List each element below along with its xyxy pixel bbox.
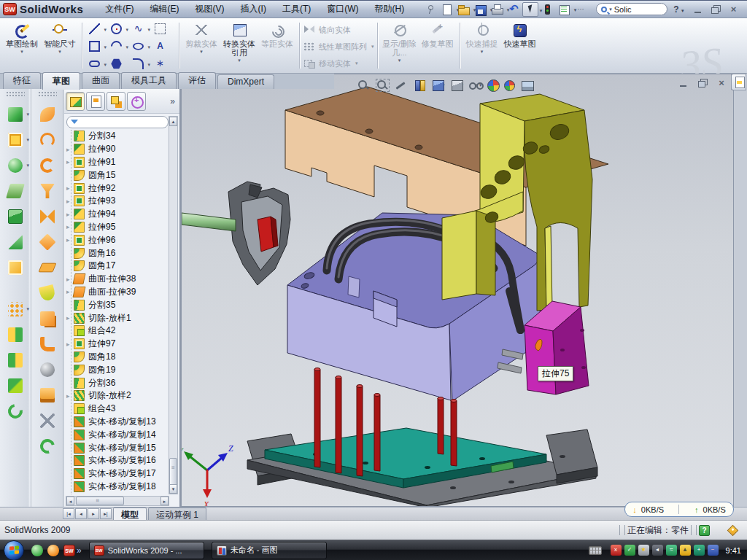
menu-item[interactable]: 插入(I) [233,1,274,18]
tag-icon[interactable] [727,524,739,536]
quick-launch-more-chevron[interactable]: » [77,545,82,556]
document-restore-button[interactable] [697,78,708,88]
messenger-quicklaunch-icon[interactable] [31,545,43,556]
centerpoint-arc-icon[interactable]: ▾ [109,39,129,55]
view-settings-icon[interactable] [520,79,534,92]
tree-horizontal-scrollbar[interactable]: ◂ ▸ [66,496,169,506]
smart-dimension-button[interactable]: 智能尺寸 ▾ [41,20,79,71]
rapid-sketch-button[interactable]: 快速草图 [501,20,539,71]
expand-arrow-icon[interactable]: ▸ [66,146,74,153]
antivirus-alert-icon[interactable]: x [611,545,622,556]
graphics-viewport[interactable]: Y Z X ▾ ▾ ▾ [181,74,734,507]
rebuild-traffic-light-icon[interactable]: ▾ [539,2,555,17]
swept-surface-icon[interactable]: ▾ [39,106,55,122]
start-button[interactable] [4,540,24,560]
move-entities-button[interactable]: 移动实体 ▾ [303,56,374,71]
circle-icon[interactable]: ▾ [109,21,129,37]
toolbar-grip[interactable] [6,91,25,97]
ribbon-tab[interactable]: DimXpert [217,74,274,89]
feature-tree-item[interactable]: ▸ 拉伸97 [64,338,169,351]
expand-arrow-icon[interactable]: ▸ [66,314,74,322]
menu-item[interactable]: 窗口(W) [320,1,365,18]
undo-icon[interactable]: ↶▾ [506,2,522,17]
feature-tree-item[interactable]: ▸ 切除-放样1 [64,311,169,324]
planar-surface-icon[interactable]: ▾ [39,260,55,276]
scroll-right-button[interactable]: ▸ [160,497,169,505]
revolved-surface-icon[interactable]: ▾ [39,132,55,148]
keyboard-layout-icon[interactable] [589,546,602,555]
ribbon-tab[interactable]: 评估 [178,72,216,89]
previous-view-icon[interactable] [394,79,408,92]
taskbar-window-button[interactable]: 未命名 - 画图 [212,542,327,559]
zoom-to-area-icon[interactable] [376,79,390,92]
display-style-icon[interactable] [450,79,464,92]
feature-tree-item[interactable]: ▸ 圆角15 [64,168,169,182]
feature-tree-item[interactable]: ▸ 圆角17 [64,260,169,273]
tree-vertical-scrollbar[interactable]: ▴ ▾ [169,116,178,494]
feature-tree-item[interactable]: ▸ 拉伸90 [64,143,169,156]
feature-tree-item[interactable]: ▸ 实体-移动/复制18 [64,481,169,494]
prev-tab-button[interactable]: ◂ [75,508,87,519]
scroll-thumb[interactable] [169,458,177,486]
feature-tree-item[interactable]: ▸ 实体-移动/复制14 [64,428,169,441]
feature-tree-item[interactable]: ▸ 分割36 [64,376,169,389]
feature-tree-item[interactable]: ▸ 圆角18 [64,351,169,364]
toolbar-grip[interactable] [38,91,57,97]
extruded-boss-icon[interactable]: ▾ [7,132,23,148]
ribbon-tab[interactable]: 模具工具 [121,72,177,89]
security-plus-icon[interactable]: + [694,545,705,556]
help-button[interactable]: ? ▾ [673,4,684,15]
feature-tree-item[interactable]: ▸ 曲面-拉伸39 [64,286,169,299]
quick-snaps-button[interactable]: 快速捕捉 ▾ [463,20,501,71]
lofted-boss-icon[interactable]: ▾ [7,209,23,225]
tooling-split-icon[interactable]: ▾ [39,311,55,327]
linear-pattern-icon[interactable]: ▾ [7,301,23,317]
save-icon[interactable]: ▾ [472,2,488,17]
open-icon[interactable]: ▾ [455,2,471,17]
shell-icon[interactable]: ▾ [7,378,23,394]
pushpin-icon[interactable]: ▾ [422,2,438,17]
display-delete-relations-button[interactable]: 显示/删除几... ▾ [381,20,419,71]
core-icon[interactable]: ▾ [39,387,55,403]
feature-tree-item[interactable]: ▸ 拉伸96 [64,233,169,246]
draft-icon[interactable]: ▾ [7,352,23,368]
ellipse-icon[interactable]: ▾ [131,39,151,55]
swept-boss-icon[interactable]: ▾ [7,183,23,199]
ribbon-tab[interactable]: 曲面 [82,72,120,89]
expand-arrow-icon[interactable]: ▸ [66,158,74,166]
feature-tree-item[interactable]: ▸ 拉伸94 [64,208,169,221]
close-button[interactable]: × [727,4,739,15]
linear-sketch-pattern-button[interactable]: 线性草图阵列 ▾ [303,39,374,54]
instant3d-icon[interactable]: ▾ [7,106,23,122]
trim-surface-icon[interactable]: ▾ [39,158,55,174]
curve-tool-icon[interactable]: ▾ [7,403,23,419]
feature-tree-item[interactable]: ▸ 拉伸92 [64,182,169,195]
feature-tree-item[interactable]: ▸ 实体-移动/复制13 [64,416,169,429]
feature-tree-item[interactable]: ▸ 拉伸93 [64,195,169,208]
zoom-to-fit-icon[interactable] [357,79,371,92]
undercut-analysis-icon[interactable]: ▾ [39,438,55,454]
expand-arrow-icon[interactable]: ▸ [66,198,74,205]
propertymanager-tab[interactable] [86,92,105,111]
spline-icon[interactable]: ∿ ▾ [131,21,151,37]
solidworks-quicklaunch-icon[interactable]: SW [63,545,75,556]
search-box[interactable]: ▾ [596,3,667,15]
rib-icon[interactable]: ▾ [7,327,23,343]
scroll-thumb[interactable] [76,497,124,505]
model-tab[interactable]: 运动算例 1 [148,508,206,520]
parting-line-icon[interactable]: ▾ [39,183,55,199]
taskbar-window-button[interactable]: SW SolidWorks 2009 - ... [89,542,204,559]
polygon-icon[interactable]: ▾ [109,56,129,72]
menu-item[interactable]: 工具(T) [275,1,318,18]
feature-tree-item[interactable]: ▸ 实体-移动/复制15 [64,441,169,454]
filled-surface-icon[interactable]: ▾ [39,336,55,352]
apply-scene-icon[interactable] [504,80,515,91]
repair-sketch-button[interactable]: 修复草图 [419,20,457,71]
dimxpertmanager-tab[interactable] [127,92,146,111]
configurationmanager-tab[interactable] [107,92,125,111]
corner-rectangle-icon[interactable]: ▾ [87,39,107,55]
hide-show-items-icon[interactable] [468,79,482,92]
expand-arrow-icon[interactable]: ▸ [66,223,74,230]
volume-icon[interactable]: ◂ [652,545,663,556]
feature-tree-item[interactable]: ▸ 实体-移动/复制17 [64,467,169,481]
